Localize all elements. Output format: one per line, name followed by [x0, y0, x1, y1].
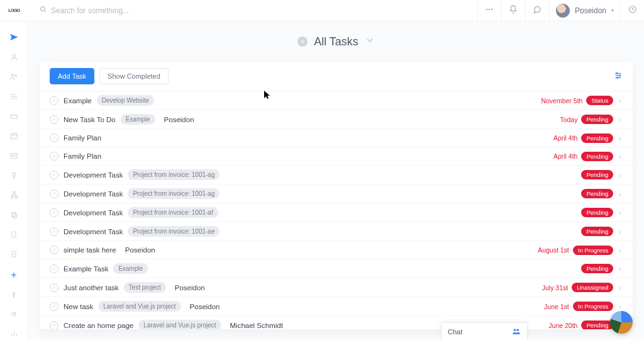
- project-pill[interactable]: Develop Website: [97, 95, 154, 106]
- sidebar-item-network[interactable]: [4, 191, 23, 201]
- task-row[interactable]: ✓New taskLaravel and Vue.js projectPosei…: [40, 297, 633, 316]
- project-pill[interactable]: Example: [121, 114, 155, 125]
- more-button[interactable]: [477, 0, 501, 21]
- complete-checkbox[interactable]: ✓: [50, 283, 58, 292]
- complete-checkbox[interactable]: ✓: [50, 208, 58, 217]
- status-badge[interactable]: Pending: [581, 227, 613, 236]
- complete-checkbox[interactable]: ✓: [50, 246, 58, 254]
- activity-button[interactable]: [620, 0, 644, 21]
- task-row[interactable]: ✓Family PlanApril 4thPending›: [40, 147, 633, 166]
- chevron-right-icon[interactable]: ›: [617, 170, 623, 180]
- sidebar-item-send[interactable]: [4, 33, 23, 43]
- complete-checkbox[interactable]: ✓: [50, 96, 58, 105]
- task-row[interactable]: ✓Create an home pageLaravel and Vue.js p…: [40, 316, 633, 329]
- task-row[interactable]: ✓Just another taskTest projectPoseidonJu…: [40, 278, 633, 297]
- task-row-meta: June 1stIn Progress›: [544, 302, 623, 312]
- user-menu[interactable]: Poseidon ▾: [549, 0, 620, 21]
- support-avatar-button[interactable]: [610, 311, 633, 334]
- chevron-right-icon[interactable]: ›: [617, 189, 623, 199]
- task-row-meta: Pending›: [581, 189, 623, 199]
- complete-checkbox[interactable]: ✓: [50, 133, 58, 142]
- sidebar-item-trophy[interactable]: [4, 171, 23, 181]
- status-badge[interactable]: Unassigned: [572, 283, 613, 292]
- sidebar-item-copy[interactable]: [4, 210, 23, 221]
- project-pill[interactable]: Test project: [124, 282, 166, 293]
- chevron-right-icon[interactable]: ›: [617, 245, 623, 255]
- chevron-right-icon[interactable]: ›: [617, 227, 623, 237]
- complete-checkbox[interactable]: ✓: [50, 171, 58, 179]
- status-badge[interactable]: Pending: [581, 170, 613, 179]
- project-pill[interactable]: Project from invoice: 1001-ag: [128, 169, 219, 180]
- notifications-button[interactable]: [501, 0, 525, 21]
- brand-logo: LOGO: [0, 8, 28, 13]
- status-badge[interactable]: Pending: [581, 320, 613, 329]
- chevron-right-icon[interactable]: ›: [617, 264, 623, 274]
- chevron-down-icon[interactable]: [365, 35, 375, 48]
- task-row-meta: Pending›: [581, 170, 623, 180]
- status-badge[interactable]: Pending: [581, 115, 613, 124]
- project-pill[interactable]: Project from invoice: 1001-af: [128, 207, 218, 218]
- task-title: Just another task: [64, 284, 119, 292]
- project-pill[interactable]: Example: [113, 263, 148, 274]
- sidebar-item-doc2[interactable]: [4, 250, 23, 261]
- sidebar-item-folder[interactable]: [4, 111, 23, 122]
- sidebar-item-calendar[interactable]: [4, 132, 23, 142]
- project-pill[interactable]: Project from invoice: 1001-ae: [128, 226, 219, 237]
- task-row[interactable]: ✓simple task herePoseidonAugust 1stIn Pr…: [40, 241, 633, 259]
- filter-button[interactable]: [614, 71, 623, 82]
- complete-checkbox[interactable]: ✓: [50, 190, 58, 198]
- sidebar-rail: + f: [0, 21, 28, 340]
- project-pill[interactable]: Laravel and Vue.js project: [138, 320, 221, 329]
- status-badge[interactable]: Pending: [581, 208, 613, 217]
- chevron-right-icon[interactable]: ›: [617, 283, 623, 293]
- chevron-right-icon[interactable]: ›: [617, 133, 623, 143]
- complete-checkbox[interactable]: ✓: [50, 115, 58, 124]
- chevron-right-icon[interactable]: ›: [617, 96, 623, 106]
- sidebar-item-announce[interactable]: [4, 309, 23, 320]
- task-row[interactable]: ✓Development TaskProject from invoice: 1…: [40, 166, 633, 184]
- plus-circle-icon[interactable]: +: [297, 37, 308, 47]
- sidebar-item-doc[interactable]: [4, 230, 23, 241]
- status-badge[interactable]: Pending: [581, 189, 613, 198]
- task-row-meta: Pending›: [581, 264, 623, 274]
- sidebar-item-list[interactable]: [4, 92, 23, 103]
- task-row[interactable]: ✓New Task To DoExamplePoseidonTodayPendi…: [40, 110, 633, 129]
- sidebar-item-users[interactable]: [4, 72, 23, 83]
- chevron-right-icon[interactable]: ›: [617, 115, 623, 125]
- show-completed-button[interactable]: Show Completed: [99, 68, 169, 84]
- sidebar-item-facebook[interactable]: f: [4, 290, 23, 300]
- complete-checkbox[interactable]: ✓: [50, 302, 58, 311]
- messages-button[interactable]: [525, 0, 549, 21]
- complete-checkbox[interactable]: ✓: [50, 264, 58, 273]
- sidebar-item-mail[interactable]: [4, 151, 23, 162]
- task-row[interactable]: ✓Example TaskExamplePending›: [40, 259, 633, 278]
- task-row[interactable]: ✓ExampleDevelop WebsiteNovember 5thStatu…: [40, 91, 633, 110]
- complete-checkbox[interactable]: ✓: [50, 321, 58, 330]
- project-pill[interactable]: Laravel and Vue.js project: [98, 301, 180, 312]
- search-input[interactable]: [51, 6, 214, 15]
- status-badge[interactable]: Pending: [581, 133, 613, 143]
- status-badge[interactable]: Pending: [581, 264, 613, 273]
- sidebar-item-user[interactable]: [4, 52, 23, 63]
- status-badge[interactable]: In Progress: [573, 246, 614, 255]
- global-search[interactable]: [28, 6, 477, 15]
- add-task-button[interactable]: Add Task: [50, 68, 94, 84]
- project-pill[interactable]: Project from invoice: 1001-ag: [128, 188, 219, 199]
- task-row[interactable]: ✓Development TaskProject from invoice: 1…: [40, 222, 633, 241]
- sidebar-add[interactable]: +: [4, 269, 23, 281]
- task-row[interactable]: ✓Development TaskProject from invoice: 1…: [40, 184, 633, 203]
- chevron-right-icon[interactable]: ›: [617, 302, 623, 312]
- chevron-right-icon[interactable]: ›: [617, 151, 623, 161]
- task-list[interactable]: ✓ExampleDevelop WebsiteNovember 5thStatu…: [40, 91, 633, 329]
- status-badge[interactable]: Status: [586, 96, 613, 105]
- chat-dock[interactable]: Chat: [441, 322, 528, 340]
- task-row[interactable]: ✓Development TaskProject from invoice: 1…: [40, 203, 633, 222]
- complete-checkbox[interactable]: ✓: [50, 152, 58, 161]
- bell-icon: [509, 5, 518, 16]
- sidebar-item-chart[interactable]: [4, 329, 23, 340]
- complete-checkbox[interactable]: ✓: [50, 227, 58, 236]
- status-badge[interactable]: Pending: [581, 152, 613, 161]
- status-badge[interactable]: In Progress: [573, 302, 614, 311]
- task-row[interactable]: ✓Family PlanApril 4thPending›: [40, 129, 633, 147]
- chevron-right-icon[interactable]: ›: [617, 208, 623, 218]
